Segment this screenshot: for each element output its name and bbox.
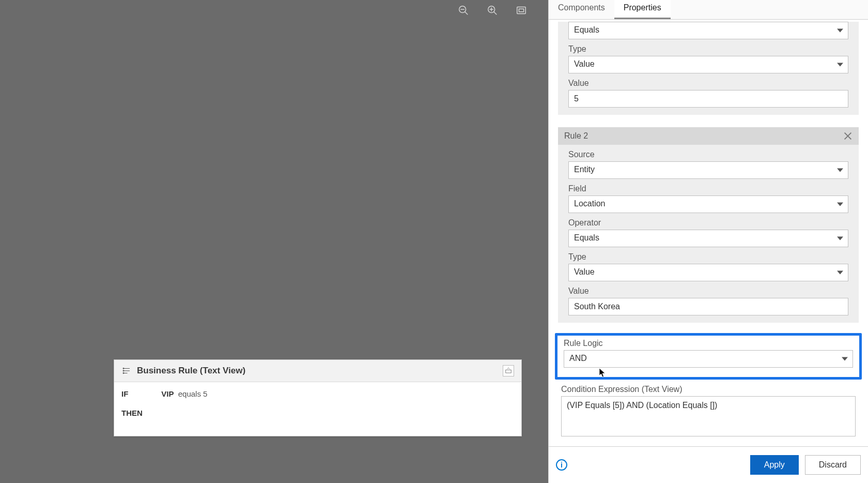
apply-button[interactable]: Apply [750,455,799,475]
tab-components[interactable]: Components [549,0,614,19]
flow-icon [121,366,132,376]
collapse-icon[interactable] [503,365,514,376]
rule1-value-label: Value [568,73,848,90]
rule2-value-input[interactable] [568,298,848,315]
svg-line-1 [465,12,468,15]
properties-panel: Components Properties Equals Type Value … [548,0,868,483]
zoom-out-icon[interactable] [457,4,470,17]
canvas-pane[interactable]: Business Rule (Text View) IF VIP equals … [0,0,548,483]
condition-expression-label: Condition Expression (Text View) [561,380,856,396]
rule-logic-highlight: Rule Logic AND [555,333,862,380]
rule1-group: Equals Type Value Value [558,22,859,115]
panel-footer: i Apply Discard [549,446,868,483]
condition-expression-group: Condition Expression (Text View) [558,380,859,446]
rule1-operator-select[interactable]: Equals [568,22,848,39]
svg-line-4 [494,12,497,15]
cursor-icon [599,368,606,378]
rule2-field-select[interactable]: Location [568,195,848,213]
text-view-title: Business Rule (Text View) [137,366,498,376]
tab-properties[interactable]: Properties [614,0,671,19]
rule-logic-select[interactable]: AND [564,350,853,368]
panel-tabs: Components Properties [549,0,868,20]
rule2-value-label: Value [568,281,848,298]
discard-button[interactable]: Discard [805,455,861,475]
expr-rest: equals 5 [178,389,208,398]
zoom-in-icon[interactable] [486,4,499,17]
panel-scroll-area[interactable]: Equals Type Value Value Rule 2 Source En… [549,20,868,446]
rule2-source-label: Source [568,145,848,161]
canvas-toolbar [457,4,528,17]
close-icon[interactable] [843,131,853,141]
rule2-source-select[interactable]: Entity [568,161,848,179]
rule2-operator-label: Operator [568,213,848,230]
then-keyword: THEN [121,409,514,417]
rule2-field-label: Field [568,179,848,195]
if-expression: VIP equals 5 [161,389,207,398]
text-view-header: Business Rule (Text View) [114,360,521,382]
rule-logic-label: Rule Logic [564,339,853,350]
rule2-operator-select[interactable]: Equals [568,230,848,247]
rule1-type-label: Type [568,39,848,56]
expr-field: VIP [161,389,174,398]
text-view-body: IF VIP equals 5 THEN [114,382,521,436]
svg-rect-7 [517,7,526,14]
fit-screen-icon[interactable] [515,4,528,17]
svg-rect-15 [506,370,512,373]
rule2-title: Rule 2 [564,131,588,141]
rule2-type-select[interactable]: Value [568,264,848,281]
rule2-type-label: Type [568,247,848,264]
svg-rect-8 [519,9,523,12]
rule2-group: Source Entity Field Location Operator Eq… [558,145,859,323]
if-keyword: IF [121,389,128,398]
rule1-value-input[interactable] [568,90,848,108]
rule2-header: Rule 2 [558,127,859,145]
business-rule-text-view-panel: Business Rule (Text View) IF VIP equals … [114,359,522,436]
condition-expression-text [561,396,856,436]
rule1-type-select[interactable]: Value [568,56,848,73]
info-icon[interactable]: i [556,459,567,471]
